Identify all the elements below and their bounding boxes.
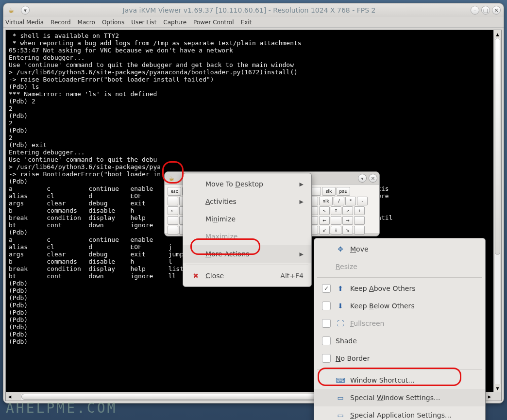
kbd-key[interactable]: esc [168,187,181,196]
kbd-key[interactable]: ↓ [331,226,341,235]
menu-item-fullscreen: ⛶Fullscreen [314,315,485,332]
menu-item-resize: Resize [314,258,485,275]
java-icon: ☕ [167,173,176,183]
kbd-key[interactable]: + [354,206,365,215]
vertical-scrollbar[interactable]: ▴ ▾ [493,30,501,392]
scroll-up-arrow[interactable]: ▴ [494,30,501,38]
scroll-thumb-v[interactable] [495,38,500,255]
menu-item-more-actions[interactable]: More Actions▶ [183,245,311,263]
titlebar-btn-left[interactable]: ▾ [21,6,30,15]
menu-item-keep-below-others[interactable]: ⬇Keep Below Others [314,297,485,315]
kbd-key[interactable]: - [357,197,368,205]
kbd-key[interactable] [354,226,365,235]
kbd-key[interactable]: → [342,216,353,225]
menu-item-minimize[interactable]: Minimize [183,210,311,228]
kbd-min-button[interactable]: ▾ [358,174,367,183]
kbd-key[interactable] [354,216,365,225]
kbd-key[interactable] [168,226,178,235]
fullscreen-icon: ⛶ [336,319,345,327]
kbd-key[interactable]: / [334,197,344,205]
menu-user-list[interactable]: User List [131,19,156,26]
java-icon: ☕ [6,5,16,15]
kbd-key[interactable] [310,187,321,196]
menu-item-close[interactable]: ✖CloseAlt+F4 [183,267,311,285]
window-shortcut--icon: ⌨ [336,376,345,384]
window-title: Java iKVM Viewer v1.69.37 [10.110.60.61]… [30,6,469,14]
menu-item-special-window-settings-[interactable]: ▭Special Window Settings... [314,389,485,406]
maximize-button[interactable]: ▢ [481,6,490,15]
menu-capture[interactable]: Capture [163,19,186,26]
keep-below-others-icon: ⬇ [336,302,345,310]
menu-item-move[interactable]: ✥Move [314,240,485,258]
kbd-key[interactable]: ← [168,206,178,215]
menu-item-special-application-settings-[interactable]: ▭Special Application Settings... [314,406,485,420]
keep-above-others-icon: ⬆ [336,285,345,292]
move-icon: ✥ [336,245,345,253]
menu-item-maximize: Maximize [183,228,311,245]
menu-item-activities[interactable]: Activities▶ [183,193,311,210]
scroll-thumb-h[interactable] [21,394,341,400]
kbd-key[interactable] [168,197,178,205]
scroll-down-arrow[interactable]: ▾ [494,384,501,392]
menu-item-window-shortcut-[interactable]: ⌨Window Shortcut... [314,371,485,389]
menu-item-move-to-desktop[interactable]: Move To Desktop▶ [183,175,311,193]
minimize-button[interactable]: – [471,6,479,15]
kbd-key[interactable]: ↖ [319,206,330,215]
kbd-key[interactable]: ↗ [342,206,353,215]
kbd-key[interactable]: ← [319,216,330,225]
kbd-close-button[interactable]: ✕ [369,174,377,183]
kbd-key[interactable]: nlk [319,197,333,205]
menu-virtual-media[interactable]: Virtual Media [5,19,44,26]
kbd-key[interactable] [331,216,341,225]
window-context-menu: Move To Desktop▶Activities▶MinimizeMaxim… [183,173,312,287]
watermark: AHELPME.COM [6,400,117,416]
more-actions-submenu: ✥MoveResize✓⬆Keep Above Others⬇Keep Belo… [314,238,486,420]
menubar: Virtual Media Record Macro Options User … [3,17,504,28]
menu-item-no-border[interactable]: No Border [314,350,485,367]
close-icon: ✖ [191,272,201,280]
menu-power-control[interactable]: Power Control [193,19,234,26]
titlebar: ☕ ▾ Java iKVM Viewer v1.69.37 [10.110.60… [3,3,504,17]
menu-macro[interactable]: Macro [78,19,95,26]
kbd-key[interactable] [168,216,178,225]
kbd-key[interactable]: ↙ [319,226,330,235]
kbd-key[interactable]: slk [322,187,336,196]
special-application-settings--icon: ▭ [336,411,345,419]
menu-item-keep-above-others[interactable]: ✓⬆Keep Above Others [314,280,485,297]
kbd-key[interactable]: pau [337,187,350,196]
menu-options[interactable]: Options [102,19,124,26]
special-window-settings--icon: ▭ [336,394,345,402]
kbd-key[interactable]: * [345,197,356,205]
kbd-key[interactable]: ↘ [342,226,353,235]
menu-exit[interactable]: Exit [241,19,252,26]
close-button[interactable]: ✕ [492,6,501,15]
menu-record[interactable]: Record [51,19,70,26]
menu-item-shade[interactable]: Shade [314,332,485,350]
kbd-key[interactable]: ↑ [331,206,341,215]
